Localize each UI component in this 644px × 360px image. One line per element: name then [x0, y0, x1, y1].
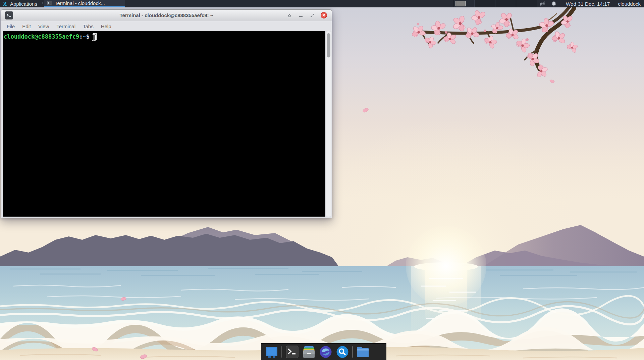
close-button[interactable] [321, 12, 327, 18]
workspace-2[interactable] [475, 0, 495, 7]
workspace-switcher [453, 0, 537, 7]
menu-view[interactable]: View [35, 22, 53, 31]
dock-file-manager-button[interactable] [356, 345, 370, 359]
prompt-path: ~ [83, 33, 86, 40]
dock-file-archive-button[interactable] [302, 345, 316, 359]
terminal-titlebar[interactable]: Terminal - clouddock@c888355aefc9: ~ [1, 10, 332, 21]
menu-edit[interactable]: Edit [18, 22, 35, 31]
mouse-ibeam-cursor [92, 33, 96, 43]
maximize-button[interactable] [309, 12, 315, 18]
dock [261, 343, 386, 360]
terminal-screen[interactable]: clouddock@c888355aefc9:~$ [3, 31, 325, 217]
workspace-4[interactable] [516, 0, 537, 7]
workspace-mini-window [455, 1, 466, 6]
terminal-window: Terminal - clouddock@c888355aefc9: ~ Fil… [1, 9, 332, 218]
dock-app-finder-button[interactable] [335, 345, 349, 359]
dock-web-browser-button[interactable] [319, 345, 332, 359]
applications-menu-label: Applications [10, 1, 37, 7]
panel-grip-handle[interactable] [41, 0, 44, 7]
notifications-bell-icon[interactable] [548, 0, 560, 7]
menu-terminal[interactable]: Terminal [53, 22, 79, 31]
window-title: Terminal - clouddock@c888355aefc9: ~ [1, 12, 332, 18]
panel-clock[interactable]: Wed 31 Dec, 14:17 [560, 1, 615, 7]
desktop: Applications Terminal - clouddock... [0, 0, 644, 360]
prompt-user-host: clouddock@c888355aefc9 [4, 33, 79, 40]
top-panel: Applications Terminal - clouddock... [0, 0, 644, 7]
terminal-menubar: File Edit View Terminal Tabs Help [1, 21, 332, 31]
minimize-button[interactable] [298, 12, 304, 18]
panel-username[interactable]: clouddock [615, 1, 644, 7]
scrollbar-thumb[interactable] [327, 33, 330, 57]
terminal-window-icon [47, 1, 52, 5]
dock-separator [352, 346, 353, 358]
volume-muted-icon[interactable] [537, 0, 548, 7]
dock-terminal-button[interactable] [285, 345, 299, 359]
terminal-app-icon [5, 11, 13, 19]
terminal-scrollbar[interactable] [326, 31, 331, 217]
applications-logo-icon [2, 1, 8, 6]
shade-button[interactable] [286, 12, 292, 18]
applications-menu-button[interactable]: Applications [0, 0, 41, 7]
dock-separator [281, 346, 282, 358]
taskbar-window-label: Terminal - clouddock... [55, 0, 105, 6]
workspace-3[interactable] [495, 0, 516, 7]
prompt-colon: : [79, 33, 83, 40]
menu-tabs[interactable]: Tabs [79, 22, 97, 31]
menu-file[interactable]: File [3, 22, 18, 31]
shell-prompt: clouddock@c888355aefc9:~$ [4, 33, 325, 41]
menu-help[interactable]: Help [97, 22, 115, 31]
dock-show-desktop-button[interactable] [265, 345, 278, 359]
taskbar-window-button-terminal[interactable]: Terminal - clouddock... [44, 0, 125, 7]
workspace-1[interactable] [454, 0, 475, 7]
